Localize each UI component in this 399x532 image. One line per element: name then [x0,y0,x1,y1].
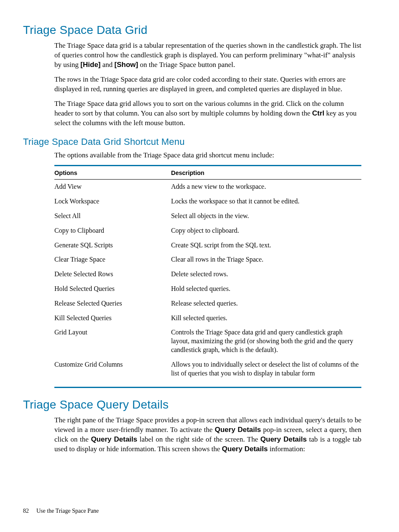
section1-paragraph-1: The Triage Space data grid is a tabular … [54,41,361,70]
table-row: Customize Grid ColumnsAllows you to indi… [54,357,361,387]
col-header-options: Options [54,166,171,180]
option-cell: Clear Triage Space [54,252,171,267]
query-details-label: Query Details [261,435,307,443]
description-cell: Hold selected queries. [171,282,361,296]
description-cell: Delete selected rows. [171,267,361,282]
heading-triage-space-data-grid: Triage Space Data Grid [23,23,361,37]
table-header-row: Options Description [54,166,361,180]
subsection-intro: The options available from the Triage Sp… [54,151,361,160]
option-cell: Select All [54,209,171,224]
options-table: Options Description Add ViewAdds a new v… [54,165,361,387]
ctrl-key-label: Ctrl [312,109,324,117]
description-cell: Allows you to individually select or des… [171,357,361,387]
description-cell: Controls the Triage Space data grid and … [171,325,361,357]
table-row: Grid LayoutControls the Triage Space dat… [54,325,361,357]
text: label on the right side of the screen. T… [137,435,260,443]
heading-query-details: Triage Space Query Details [23,398,361,411]
text: and [101,61,115,69]
section1-body: The Triage Space data grid is a tabular … [54,41,361,128]
col-header-description: Description [171,166,361,180]
hide-label: [Hide] [80,61,100,69]
option-cell: Hold Selected Queries [54,282,171,296]
option-cell: Release Selected Queries [54,296,171,311]
description-cell: Select all objects in the view. [171,209,361,224]
show-label: [Show] [115,61,138,69]
description-cell: Locks the workspace so that it cannot be… [171,194,361,209]
table-row: Lock WorkspaceLocks the workspace so tha… [54,194,361,209]
chapter-title: Use the Triage Space Pane [36,508,99,514]
table-row: Delete Selected RowsDelete selected rows… [54,267,361,282]
description-cell: Create SQL script from the SQL text. [171,238,361,253]
table-row: Kill Selected QueriesKill selected queri… [54,311,361,326]
text: on the Triage Space button panel. [138,61,235,69]
table-row: Generate SQL ScriptsCreate SQL script fr… [54,238,361,253]
text: The Triage Space data grid allows you to… [54,100,344,117]
option-cell: Copy to Clipboard [54,224,171,238]
description-cell: Clear all rows in the Triage Space. [171,252,361,267]
table-row: Add ViewAdds a new view to the workspace… [54,180,361,194]
section1-paragraph-2: The rows in the Triage Space data grid a… [54,75,361,94]
section2-body: The right pane of the Triage Space provi… [54,416,361,454]
description-cell: Release selected queries. [171,296,361,311]
option-cell: Delete Selected Rows [54,267,171,282]
subsection-body: The options available from the Triage Sp… [54,151,361,388]
table-row: Select AllSelect all objects in the view… [54,209,361,224]
description-cell: Copy object to clipboard. [171,224,361,238]
table-bottom-rule [54,387,361,388]
section1-paragraph-3: The Triage Space data grid allows you to… [54,99,361,128]
description-cell: Adds a new view to the workspace. [171,180,361,194]
heading-shortcut-menu: Triage Space Data Grid Shortcut Menu [23,136,361,147]
table-row: Clear Triage SpaceClear all rows in the … [54,252,361,267]
text: information: [268,445,305,453]
query-details-label: Query Details [91,435,137,443]
page: Triage Space Data Grid The Triage Space … [0,0,399,532]
option-cell: Add View [54,180,171,194]
table-row: Hold Selected QueriesHold selected queri… [54,282,361,296]
option-cell: Lock Workspace [54,194,171,209]
option-cell: Customize Grid Columns [54,357,171,387]
option-cell: Grid Layout [54,325,171,357]
query-details-label: Query Details [222,445,268,453]
option-cell: Kill Selected Queries [54,311,171,326]
section2-paragraph-1: The right pane of the Triage Space provi… [54,416,361,454]
query-details-label: Query Details [215,426,261,434]
page-footer: 82Use the Triage Space Pane [23,508,99,514]
option-cell: Generate SQL Scripts [54,238,171,253]
description-cell: Kill selected queries. [171,311,361,326]
page-number: 82 [23,508,29,514]
table-row: Copy to ClipboardCopy object to clipboar… [54,224,361,238]
table-row: Release Selected QueriesRelease selected… [54,296,361,311]
